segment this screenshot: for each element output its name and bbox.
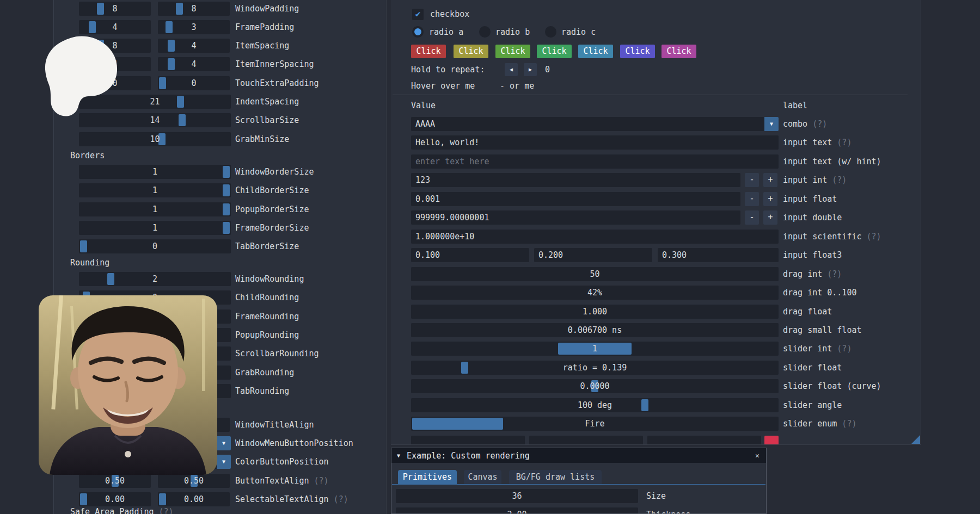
input-double-decrement-button[interactable]: - <box>745 210 759 225</box>
color-swatch[interactable] <box>764 436 779 445</box>
tabbordersize-slider[interactable]: 0 <box>79 239 231 253</box>
style-row-framebordersize: 1FrameBorderSize <box>54 221 386 235</box>
thickness-label: Thickness <box>646 507 690 514</box>
iteminnerspacing-slider-y[interactable]: 4 <box>158 57 230 71</box>
input-float-increment-button[interactable]: + <box>763 192 777 206</box>
widget-row-slider-float: ratio = 0.139slider float <box>391 361 921 375</box>
style-label-framebordersize: FrameBorderSize <box>235 221 309 235</box>
widget-row-combo: AAAA▼combo (?) <box>391 117 921 131</box>
childbordersize-slider[interactable]: 1 <box>79 183 231 197</box>
slider-enum-slider[interactable]: Fire <box>411 417 779 431</box>
widget-label-slider-float: slider float <box>783 361 842 375</box>
slider-float-slider[interactable]: ratio = 0.139 <box>411 361 779 375</box>
style-label-grabminsize: GrabMinSize <box>235 132 289 146</box>
framepadding-slider-y[interactable]: 3 <box>158 20 230 34</box>
tab-canvas[interactable]: Canvas <box>464 470 501 484</box>
input-float3-input-0[interactable]: 0.100 <box>411 248 529 262</box>
input-float3-input-1[interactable]: 0.200 <box>534 248 652 262</box>
combo-arrow-button[interactable]: ▼ <box>217 436 231 450</box>
drag-int-drag[interactable]: 50 <box>411 267 779 281</box>
style-row-windowbordersize: 1WindowBorderSize <box>54 165 386 179</box>
style-label-childrounding: ChildRounding <box>235 290 299 305</box>
value-text: 1 <box>83 183 226 197</box>
color-component-1[interactable] <box>529 436 643 445</box>
windowpadding-slider-y[interactable]: 8 <box>158 2 230 16</box>
input-float-input[interactable]: 0.001 <box>411 192 740 206</box>
input-double-input[interactable]: 999999.00000001 <box>411 210 740 225</box>
framepadding-slider-x[interactable]: 4 <box>79 20 151 34</box>
input-int-increment-button[interactable]: + <box>763 173 777 187</box>
widget-row-drag-int-0-100: 42%drag int 0..100 <box>391 286 921 300</box>
widget-label-drag-int: drag int (?) <box>783 267 842 281</box>
windowrounding-slider[interactable]: 2 <box>79 272 231 286</box>
value-text: 0 <box>162 76 225 90</box>
widget-row-input-text-w-hint: enter text hereinput text (w/ hint) <box>391 154 921 169</box>
widget-label-combo: combo (?) <box>783 117 827 131</box>
widget-label-input-int: input int (?) <box>783 173 847 187</box>
input-scientific-input[interactable]: 1.000000e+10 <box>411 230 779 244</box>
combo-arrow-button[interactable]: ▼ <box>217 455 231 469</box>
input-text-w-hint-input[interactable]: enter text here <box>411 154 779 169</box>
itemspacing-slider-y[interactable]: 4 <box>158 39 230 53</box>
slider-float-curve-slider[interactable]: 0.0000 <box>411 379 779 393</box>
custom-rendering-titlebar[interactable]: ▼ Example: Custom rendering ✕ <box>391 448 766 463</box>
thickness-slider[interactable]: 2.00 <box>396 507 638 514</box>
tabbar-underline <box>392 484 765 485</box>
widget-label-input-float: input float <box>783 192 837 206</box>
drag-float-drag[interactable]: 1.000 <box>411 305 779 319</box>
style-row-safe-area-padding: Safe Area Padding (?) <box>54 505 386 514</box>
value-text: 3 <box>162 20 225 34</box>
style-label-tabbordersize: TabBorderSize <box>235 239 299 253</box>
touchextrapadding-slider-y[interactable]: 0 <box>158 76 230 90</box>
value-text: 123 <box>415 173 736 187</box>
input-text-input[interactable]: Hello, world! <box>411 135 779 150</box>
style-row-framepadding: 43FramePadding <box>54 20 386 34</box>
person-portrait <box>39 295 217 475</box>
windowpadding-slider-x[interactable]: 8 <box>79 2 151 16</box>
style-label-childbordersize: ChildBorderSize <box>235 183 309 197</box>
value-text: 8 <box>83 2 146 16</box>
widget-row-input-double: 999999.00000001-+input double <box>391 210 921 225</box>
widget-row-slider-float-curve: 0.0000slider float (curve) <box>391 379 921 393</box>
color-component-2[interactable] <box>647 436 761 445</box>
input-int-decrement-button[interactable]: - <box>745 173 759 187</box>
drag-small-float-drag[interactable]: 0.006700 ns <box>411 323 779 337</box>
input-int-input[interactable]: 123 <box>411 173 740 187</box>
tab-primitives[interactable]: Primitives <box>398 470 457 484</box>
style-label-colorbuttonposition: ColorButtonPosition <box>235 455 329 469</box>
style-label-grabrounding: GrabRounding <box>235 366 294 380</box>
value-text: 1 <box>83 165 226 179</box>
slider-int-slider[interactable]: 1 <box>411 342 779 356</box>
resize-grip[interactable] <box>911 435 920 444</box>
framebordersize-slider[interactable]: 1 <box>79 221 231 235</box>
size-slider[interactable]: 36 <box>396 489 638 503</box>
input-float-decrement-button[interactable]: - <box>745 192 759 206</box>
style-row-buttontextalign: 0.500.50ButtonTextAlign (?) <box>54 474 386 488</box>
combo-arrow-button[interactable]: ▼ <box>764 117 779 131</box>
input-float3-input-2[interactable]: 0.300 <box>658 248 779 262</box>
section-header-borders: Borders <box>70 148 105 163</box>
collapse-arrow-icon[interactable]: ▼ <box>397 453 400 459</box>
style-label-buttontextalign: ButtonTextAlign (?) <box>235 474 329 488</box>
widget-row-input-scientific: 1.000000e+10input scientific (?) <box>391 230 921 244</box>
grabminsize-slider[interactable]: 10 <box>79 132 231 146</box>
tab-bg-fg-draw-lists[interactable]: BG/FG draw lists <box>509 470 602 484</box>
value-text: 8 <box>162 2 225 16</box>
color-component-0[interactable] <box>411 436 525 445</box>
popupbordersize-slider[interactable]: 1 <box>79 202 231 216</box>
windowbordersize-slider[interactable]: 1 <box>79 165 231 179</box>
drag-int-0-100-drag[interactable]: 42% <box>411 286 779 300</box>
buttontextalign-slider-y[interactable]: 0.50 <box>158 474 230 488</box>
style-label-itemspacing: ItemSpacing <box>235 39 289 53</box>
widget-label-input-scientific: input scientific (?) <box>783 230 881 244</box>
close-icon[interactable]: ✕ <box>752 450 763 461</box>
section-header-rounding: Rounding <box>70 256 109 270</box>
slider-angle-slider[interactable]: 100 deg <box>411 398 779 412</box>
help-marker: (?) <box>827 175 847 185</box>
value-text: 100 deg <box>415 398 774 412</box>
buttontextalign-slider-x[interactable]: 0.50 <box>79 474 151 488</box>
input-double-increment-button[interactable]: + <box>763 210 777 225</box>
combo-combo[interactable]: AAAA▼ <box>411 117 779 131</box>
widget-label-drag-float: drag float <box>783 305 832 319</box>
value-text: 1 <box>83 221 226 235</box>
